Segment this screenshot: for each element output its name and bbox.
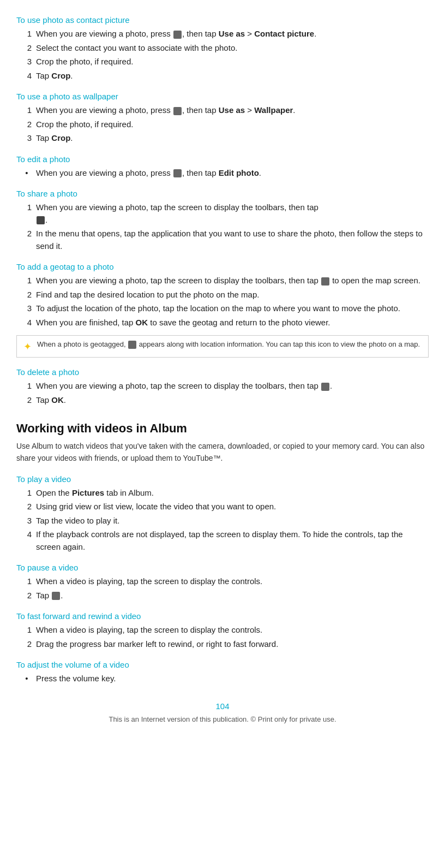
working-with-videos-heading: Working with videos in Album	[16, 421, 429, 436]
list-item: 2 Drag the progress bar marker left to r…	[22, 638, 429, 651]
list-item: 1 When you are viewing a photo, press , …	[22, 104, 429, 117]
list-item: 4 If the playback controls are not displ…	[22, 528, 429, 553]
section-title-share-photo: To share a photo	[16, 189, 429, 198]
section-wallpaper: To use a photo as wallpaper 1 When you a…	[16, 92, 429, 145]
list-item: • When you are viewing a photo, press , …	[22, 167, 429, 180]
list-edit-photo: • When you are viewing a photo, press , …	[22, 167, 429, 180]
list-pause-video: 1 When a video is playing, tap the scree…	[22, 575, 429, 602]
list-play-video: 1 Open the Pictures tab in Album. 2 Usin…	[22, 487, 429, 554]
page-content: To use photo as contact picture 1 When y…	[16, 15, 429, 723]
section-title-delete-photo: To delete a photo	[16, 367, 429, 377]
section-title-volume: To adjust the volume of a video	[16, 660, 429, 669]
list-item: 1 When you are viewing a photo, tap the …	[22, 380, 429, 393]
list-item: 3 Crop the photo, if required.	[22, 56, 429, 68]
tip-box-geotag: ✦ When a photo is geotagged, appears alo…	[16, 335, 429, 358]
section-contact-picture: To use photo as contact picture 1 When y…	[16, 15, 429, 82]
menu-icon	[173, 107, 182, 115]
section-fast-forward: To fast forward and rewind a video 1 Whe…	[16, 611, 429, 650]
list-item: 1 When you are viewing a photo, tap the …	[22, 201, 429, 226]
section-title-geotag: To add a geotag to a photo	[16, 262, 429, 271]
geo-icon	[321, 277, 329, 286]
list-item: 4 When you are finished, tap OK to save …	[22, 317, 429, 329]
list-item: 2 In the menu that opens, tap the applic…	[22, 228, 429, 252]
list-item: 3 Tap Crop.	[22, 132, 429, 145]
list-item: 2 Tap .	[22, 590, 429, 602]
list-item: 3 To adjust the location of the photo, t…	[22, 302, 429, 315]
delete-icon	[321, 383, 329, 391]
list-item: 2 Using grid view or list view, locate t…	[22, 501, 429, 513]
list-item: 1 When a video is playing, tap the scree…	[22, 624, 429, 637]
list-share-photo: 1 When you are viewing a photo, tap the …	[22, 201, 429, 252]
list-item: 1 Open the Pictures tab in Album.	[22, 487, 429, 500]
list-fast-forward: 1 When a video is playing, tap the scree…	[22, 624, 429, 650]
list-item: 2 Crop the photo, if required.	[22, 118, 429, 131]
section-delete-photo: To delete a photo 1 When you are viewing…	[16, 367, 429, 406]
footer-text: This is an Internet version of this publ…	[16, 715, 429, 723]
menu-icon	[173, 31, 182, 39]
menu-icon	[173, 169, 182, 177]
list-item: 2 Select the contact you want to associa…	[22, 42, 429, 55]
share-icon	[37, 216, 45, 224]
list-item: 2 Tap OK.	[22, 394, 429, 407]
section-edit-photo: To edit a photo • When you are viewing a…	[16, 154, 429, 180]
section-title-pause-video: To pause a video	[16, 563, 429, 572]
section-play-video: To play a video 1 Open the Pictures tab …	[16, 474, 429, 554]
list-contact-picture: 1 When you are viewing a photo, press , …	[22, 28, 429, 82]
list-item: 3 Tap the video to play it.	[22, 515, 429, 527]
list-delete-photo: 1 When you are viewing a photo, tap the …	[22, 380, 429, 406]
section-share-photo: To share a photo 1 When you are viewing …	[16, 189, 429, 252]
list-geotag: 1 When you are viewing a photo, tap the …	[22, 275, 429, 329]
pause-icon	[52, 592, 60, 600]
tip-text: When a photo is geotagged, appears along…	[37, 340, 420, 349]
list-volume: • Press the volume key.	[22, 673, 429, 685]
list-item: 1 When you are viewing a photo, tap the …	[22, 275, 429, 287]
section-volume: To adjust the volume of a video • Press …	[16, 660, 429, 685]
list-item: 4 Tap Crop.	[22, 70, 429, 82]
geo-icon-inline	[128, 341, 136, 349]
list-wallpaper: 1 When you are viewing a photo, press , …	[22, 104, 429, 145]
list-item: 1 When you are viewing a photo, press , …	[22, 28, 429, 40]
section-pause-video: To pause a video 1 When a video is playi…	[16, 563, 429, 602]
list-item: • Press the volume key.	[22, 673, 429, 685]
working-with-videos-intro: Use Album to watch videos that you've ta…	[16, 440, 429, 465]
list-item: 1 When a video is playing, tap the scree…	[22, 575, 429, 588]
section-geotag: To add a geotag to a photo 1 When you ar…	[16, 262, 429, 329]
section-title-fast-forward: To fast forward and rewind a video	[16, 611, 429, 621]
section-title-wallpaper: To use a photo as wallpaper	[16, 92, 429, 101]
page-number: 104	[16, 701, 429, 711]
section-title-contact-picture: To use photo as contact picture	[16, 15, 429, 25]
section-title-play-video: To play a video	[16, 474, 429, 484]
tip-icon: ✦	[23, 341, 32, 353]
list-item: 2 Find and tap the desired location to p…	[22, 289, 429, 301]
section-title-edit-photo: To edit a photo	[16, 154, 429, 164]
